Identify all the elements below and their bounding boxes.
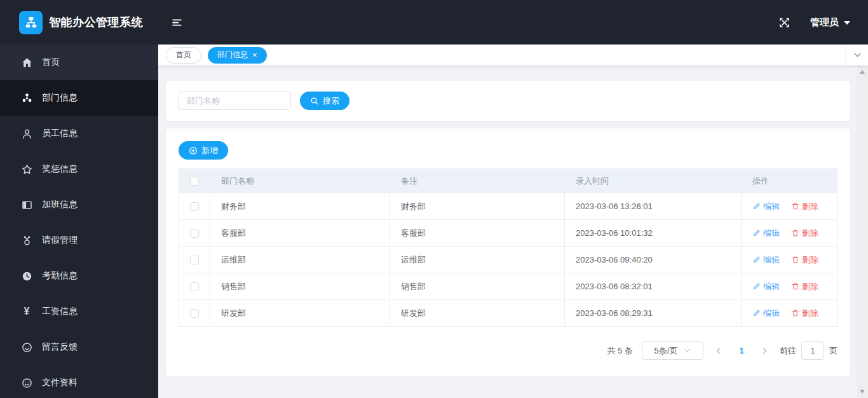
table-row: 客服部 客服部 2023-03-06 10:01:32 编辑 删除 xyxy=(179,220,837,247)
sidebar-item-leave[interactable]: 请假管理 xyxy=(0,223,158,258)
app-logo xyxy=(19,11,43,34)
delete-button[interactable]: 删除 xyxy=(791,228,818,239)
edit-label: 编辑 xyxy=(763,308,780,319)
cell-time: 2023-03-06 09:40:20 xyxy=(565,247,742,273)
sidebar-item-overtime[interactable]: 加班信息 xyxy=(0,187,158,223)
cell-remark: 研发部 xyxy=(390,300,565,326)
delete-label: 删除 xyxy=(802,281,818,292)
tab-label: 首页 xyxy=(176,50,191,60)
department-name-input[interactable] xyxy=(179,92,291,110)
search-icon xyxy=(310,97,319,106)
edit-button[interactable]: 编辑 xyxy=(752,254,780,266)
sidebar-item-rewards[interactable]: 奖惩信息 xyxy=(0,151,158,187)
sidebar-item-department[interactable]: 部门信息 xyxy=(0,80,158,116)
sidebar-toggle-icon[interactable] xyxy=(172,17,182,28)
prev-page-button[interactable] xyxy=(712,347,725,355)
delete-button[interactable]: 删除 xyxy=(791,254,818,266)
page-size-value: 5条/页 xyxy=(654,345,678,357)
tab-list-dropdown[interactable] xyxy=(847,45,868,65)
tab-bar: 首页 部门信息 × xyxy=(158,45,868,65)
cell-name: 运维部 xyxy=(210,247,390,273)
sidebar-item-attendance[interactable]: 考勤信息 xyxy=(0,258,158,294)
sidebar-item-salary[interactable]: ¥ 工资信息 xyxy=(0,294,158,329)
page-size-select[interactable]: 5条/页 xyxy=(642,341,703,360)
delete-label: 删除 xyxy=(802,308,818,319)
sidebar-item-label: 请假管理 xyxy=(42,235,78,246)
tab-close-icon[interactable]: × xyxy=(252,51,257,59)
sidebar-item-label: 考勤信息 xyxy=(42,270,78,282)
table-row: 运维部 运维部 2023-03-06 09:40:20 编辑 删除 xyxy=(179,247,837,273)
goto-label: 前往 xyxy=(780,345,796,357)
edit-label: 编辑 xyxy=(763,201,780,212)
edit-button[interactable]: 编辑 xyxy=(752,228,780,239)
delete-button[interactable]: 删除 xyxy=(791,308,818,319)
sidebar-item-employee[interactable]: 员工信息 xyxy=(0,116,158,151)
edit-button[interactable]: 编辑 xyxy=(752,201,780,212)
scrollbar-down-arrow[interactable] xyxy=(860,390,865,394)
cell-name: 客服部 xyxy=(210,220,390,246)
row-checkbox[interactable] xyxy=(190,282,199,291)
delete-label: 删除 xyxy=(802,254,818,266)
cherry-icon xyxy=(21,235,32,246)
sidebar-item-label: 加班信息 xyxy=(42,199,78,210)
cell-time: 2023-03-06 13:26:01 xyxy=(565,193,742,219)
column-header-ops: 操作 xyxy=(742,169,837,193)
scrollbar-up-arrow[interactable] xyxy=(860,70,865,74)
goto-page: 前往 页 xyxy=(780,341,837,360)
table-row: 财务部 财务部 2023-03-06 13:26:01 编辑 删除 xyxy=(179,193,837,220)
next-page-button[interactable] xyxy=(758,347,771,355)
circle-plus-icon xyxy=(189,146,198,155)
add-button-label: 新增 xyxy=(201,145,218,156)
department-icon xyxy=(21,92,32,104)
user-dropdown[interactable]: 管理员 xyxy=(810,17,850,29)
sidebar-item-label: 文件资料 xyxy=(42,377,78,388)
clock-icon xyxy=(21,270,32,282)
select-all-checkbox[interactable] xyxy=(190,177,199,186)
search-button[interactable]: 搜索 xyxy=(300,92,349,110)
sidebar-item-label: 员工信息 xyxy=(42,128,78,139)
cell-remark: 销售部 xyxy=(390,273,565,299)
pagination-total: 共 5 条 xyxy=(607,345,633,357)
cell-remark: 客服部 xyxy=(390,220,565,246)
edit-label: 编辑 xyxy=(763,228,780,239)
departments-table: 部门名称 备注 录入时间 操作 财务部 财务部 2023-03-06 13:26… xyxy=(179,168,837,327)
table-row: 销售部 销售部 2023-03-06 08:32:01 编辑 删除 xyxy=(179,273,837,300)
chevron-right-icon xyxy=(761,347,768,355)
page-number-1[interactable]: 1 xyxy=(734,346,749,355)
sidebar-item-files[interactable]: 文件资料 xyxy=(0,365,158,398)
delete-button[interactable]: 删除 xyxy=(791,201,818,212)
sidebar-item-feedback[interactable]: 留言反馈 xyxy=(0,329,158,365)
sidebar-item-label: 部门信息 xyxy=(42,92,78,104)
table-panel: 新增 部门名称 备注 录入时间 操作 财务部 财务部 2023-03-06 13… xyxy=(166,128,850,376)
tab-department-active[interactable]: 部门信息 × xyxy=(208,47,267,64)
edit-button[interactable]: 编辑 xyxy=(752,281,780,292)
tab-home[interactable]: 首页 xyxy=(166,47,201,64)
add-button[interactable]: 新增 xyxy=(179,141,228,160)
main-content: 搜索 新增 部门名称 备注 录入时间 操作 财务部 财务部 2023-03-06… xyxy=(158,65,857,398)
sidebar-item-home[interactable]: 首页 xyxy=(0,45,158,80)
row-checkbox[interactable] xyxy=(190,229,199,238)
cell-remark: 运维部 xyxy=(390,247,565,273)
chevron-left-icon xyxy=(715,347,722,355)
delete-button[interactable]: 删除 xyxy=(791,281,818,292)
search-button-label: 搜索 xyxy=(323,95,339,107)
table-header-row: 部门名称 备注 录入时间 操作 xyxy=(179,169,837,193)
cell-remark: 财务部 xyxy=(390,193,565,219)
edit-button[interactable]: 编辑 xyxy=(752,308,780,319)
notebook-icon xyxy=(21,199,32,210)
caret-down-icon xyxy=(844,21,850,25)
search-panel: 搜索 xyxy=(166,81,850,121)
row-checkbox[interactable] xyxy=(190,202,199,211)
row-checkbox[interactable] xyxy=(190,309,199,318)
row-checkbox[interactable] xyxy=(190,256,199,264)
sitemap-icon xyxy=(25,16,37,29)
sidebar-item-label: 奖惩信息 xyxy=(42,163,78,175)
cell-time: 2023-03-06 10:01:32 xyxy=(565,220,742,246)
fullscreen-icon[interactable] xyxy=(779,17,790,28)
edit-label: 编辑 xyxy=(763,254,780,266)
yuan-icon: ¥ xyxy=(21,306,32,317)
brand: 智能办公管理系统 xyxy=(0,11,158,34)
vertical-scrollbar[interactable] xyxy=(857,65,868,398)
cell-name: 研发部 xyxy=(210,300,390,326)
goto-page-input[interactable] xyxy=(801,341,824,360)
